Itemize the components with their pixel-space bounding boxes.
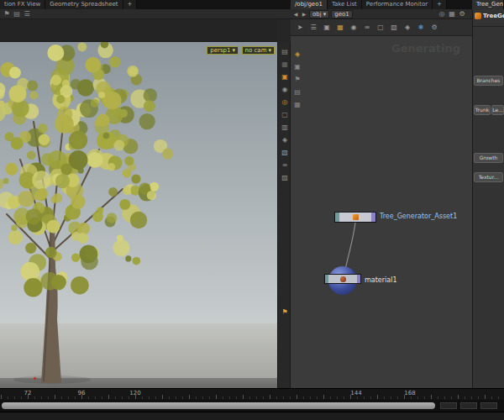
normals-icon[interactable]: ◈: [280, 135, 290, 145]
playbar-track[interactable]: [2, 402, 435, 409]
camera-icon[interactable]: ▦: [280, 60, 290, 70]
align-nodes-icon[interactable]: ≡: [362, 23, 372, 33]
frame-label: 120: [129, 391, 140, 396]
bookmark-icon[interactable]: ⚑: [2, 9, 12, 19]
frame-tick: [498, 396, 499, 399]
frame-tick: [155, 396, 156, 399]
path-node-chip[interactable]: geo1: [331, 10, 353, 18]
view-mode-icon[interactable]: ▤: [280, 47, 290, 57]
dependency-icon[interactable]: ◈: [402, 23, 412, 33]
pane-grid-icon[interactable]: ▦: [447, 9, 457, 19]
frame-tick: [310, 396, 311, 399]
handles-icon[interactable]: ⚑: [280, 307, 290, 318]
menu-icon[interactable]: ☰: [22, 9, 32, 19]
frame-tick: [115, 396, 116, 399]
node-shapes-icon[interactable]: ▣: [322, 23, 332, 33]
display-flags-icon[interactable]: ◉: [349, 23, 359, 33]
frame-tick: [149, 396, 150, 399]
freeze-icon[interactable]: ❄: [416, 23, 426, 33]
select-arrow-icon[interactable]: ➤: [295, 23, 305, 33]
timeline-ruler[interactable]: 7296120144168: [0, 388, 504, 400]
playbar: [0, 400, 504, 412]
playbar-button-2[interactable]: [460, 402, 477, 409]
frame-tick: [21, 396, 22, 399]
playbar-button-1[interactable]: [440, 402, 457, 409]
points-display-icon[interactable]: ◎: [280, 97, 290, 108]
frame-tick: [330, 396, 331, 399]
add-pane-tab-button-2[interactable]: +: [433, 0, 447, 9]
param-folder-branches[interactable]: Branches: [474, 76, 503, 86]
construction-plane-icon[interactable]: ◉: [280, 85, 290, 95]
pane-tab-geometry-spreadsheet[interactable]: Geometry Spreadsheet: [45, 0, 123, 9]
node-display-flag[interactable]: [371, 213, 375, 222]
frame-tick: [162, 395, 163, 399]
frame-tick: [209, 396, 210, 399]
search-icon[interactable]: ◎: [437, 9, 447, 19]
shading-icon[interactable]: ▥: [280, 123, 290, 133]
camera-select-menu[interactable]: no cam ▾: [242, 46, 275, 55]
pane-tab-network-path[interactable]: /obj/geo1: [291, 0, 328, 9]
grid-display-icon[interactable]: ≡: [280, 160, 290, 171]
color-palette-icon[interactable]: ▦: [335, 23, 345, 33]
pane-tab-take-list[interactable]: Take List: [328, 0, 362, 9]
frame-tick: [34, 396, 35, 399]
pane-tab-tree-generator[interactable]: Tree_Generator...: [472, 0, 504, 9]
frame-tick: [68, 396, 69, 399]
snapshot-icon[interactable]: ▢: [375, 23, 386, 33]
playbar-button-3[interactable]: [480, 402, 497, 409]
frame-tick: [411, 396, 412, 399]
main-toolbar-row: ⚑▤☰ ◀ ▶ obj▾ geo1 ◎▦⚙ ⚑⚙: [0, 9, 504, 19]
background-icon[interactable]: ▨: [280, 173, 290, 183]
frame-tick: [249, 396, 250, 399]
scene-viewport[interactable]: persp1 ▾ no cam ▾: [0, 42, 277, 388]
frame-tick: [344, 396, 344, 399]
layout-icon[interactable]: ▤: [12, 9, 22, 19]
snapping-icon[interactable]: ▣: [280, 72, 290, 82]
frame-tick: [485, 395, 486, 399]
frame-tick: [61, 396, 62, 399]
add-pane-tab-button[interactable]: +: [123, 0, 138, 9]
wireframe-icon[interactable]: ▢: [280, 110, 290, 120]
node-display-flag[interactable]: [357, 275, 360, 283]
param-folder-growth[interactable]: Growth: [474, 153, 503, 163]
frame-tick: [14, 396, 15, 399]
frame-tick: [276, 396, 277, 399]
origin-marker: [34, 377, 36, 380]
layout-list-icon[interactable]: ☰: [308, 23, 318, 33]
camera-menu[interactable]: persp1 ▾: [207, 46, 239, 55]
param-node-name[interactable]: TreeGen...: [483, 13, 504, 19]
pane-tab-motion-fx-view[interactable]: tion FX View: [0, 0, 45, 9]
param-header: TreeGen...: [475, 13, 504, 19]
frame-label: 144: [350, 391, 361, 396]
playbar-handle[interactable]: [2, 402, 435, 409]
network-editor[interactable]: ◈▣⚑▤▦ Generating Tree_Generator_Asset1 m…: [291, 36, 472, 388]
node-tree-generator-asset1[interactable]: [334, 212, 376, 223]
material-node-icon: [340, 276, 346, 282]
frame-tick: [391, 396, 391, 399]
node-label-material1[interactable]: material1: [365, 277, 396, 284]
param-folder-leaves[interactable]: Le...: [491, 105, 504, 115]
node-material1[interactable]: [324, 274, 361, 284]
param-folder-trunk[interactable]: Trunk: [474, 105, 491, 115]
divider: [473, 26, 504, 27]
pane-tab-bar: tion FX View Geometry Spreadsheet + /obj…: [0, 0, 504, 9]
path-root-chip[interactable]: obj▾: [309, 10, 329, 18]
param-folder-textures[interactable]: Textur...: [474, 172, 503, 182]
frame-label: 168: [404, 391, 415, 396]
frame-tick: [95, 396, 96, 399]
frame-tick: [370, 396, 371, 399]
lights-icon[interactable]: ▧: [280, 148, 290, 158]
settings-gear-icon[interactable]: ⚙: [429, 23, 439, 33]
history-forward-icon[interactable]: ▶: [301, 9, 307, 19]
frame-tick: [303, 396, 304, 399]
middle-pane-tabs: /obj/geo1 Take List Performance Monitor …: [291, 0, 447, 9]
pane-tab-performance-monitor[interactable]: Performance Monitor: [362, 0, 433, 9]
frame-tick: [384, 396, 385, 399]
overview-map-icon[interactable]: ▧: [389, 23, 399, 33]
gear-icon[interactable]: ⚙: [457, 9, 467, 19]
node-label-tree-generator[interactable]: Tree_Generator_Asset1: [380, 213, 457, 220]
history-back-icon[interactable]: ◀: [292, 9, 299, 19]
frame-tick: [256, 396, 257, 399]
frame-tick: [108, 395, 109, 399]
frame-tick: [397, 396, 398, 399]
